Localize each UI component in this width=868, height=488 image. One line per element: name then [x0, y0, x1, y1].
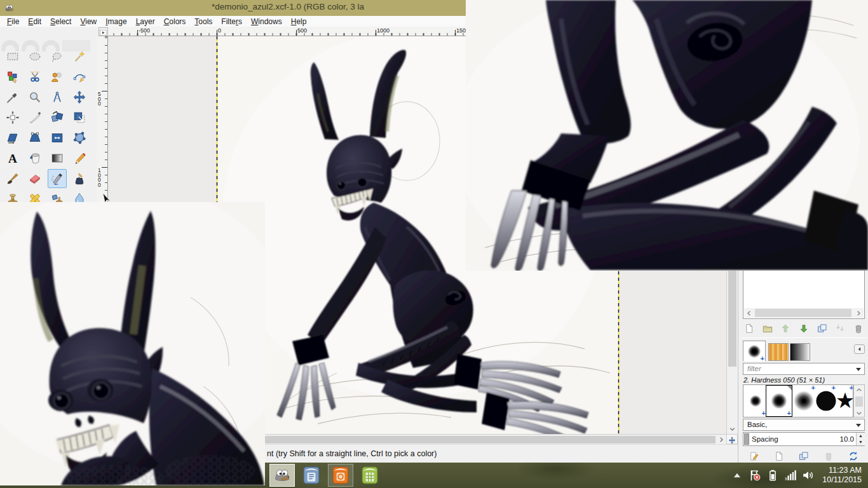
spin-down-button[interactable]: ▼	[857, 439, 865, 445]
paintbrush-icon	[6, 172, 20, 186]
menu-view[interactable]: View	[76, 17, 101, 27]
tool-bucket-fill[interactable]	[25, 149, 44, 168]
open-folder-button[interactable]	[761, 322, 775, 336]
brush-hardness-050[interactable]: +	[766, 386, 792, 416]
star-brush-icon: ★	[836, 388, 855, 413]
tool-color-picker[interactable]	[3, 88, 22, 107]
duplicate-button[interactable]	[797, 449, 811, 463]
tray-network-signal[interactable]	[783, 468, 797, 482]
brush-category-dropdown[interactable]: Basic,	[743, 419, 865, 431]
tool-align[interactable]	[3, 108, 22, 127]
menu-layer[interactable]: Layer	[132, 17, 159, 27]
tool-crop[interactable]	[25, 108, 44, 127]
brush-filter-input[interactable]: filter	[743, 363, 865, 375]
brush-hardness-large[interactable]: +	[792, 386, 816, 416]
scroll-left-button[interactable]	[744, 308, 754, 318]
gimp-icon	[273, 466, 292, 485]
tool-ink[interactable]	[70, 169, 89, 188]
new-image-button[interactable]	[772, 449, 786, 463]
tray-volume[interactable]	[801, 468, 815, 482]
lower-button[interactable]	[797, 322, 811, 336]
new-image-button[interactable]	[742, 322, 756, 336]
status-message: nt (try Shift for a straight line, Ctrl …	[267, 449, 437, 458]
raise-button[interactable]	[778, 322, 792, 336]
menu-windows[interactable]: Windows	[247, 17, 287, 27]
menu-filters[interactable]: Filters	[217, 17, 247, 27]
refresh-button[interactable]	[846, 449, 860, 463]
image-list-scrollbar[interactable]	[744, 308, 864, 318]
tool-zoom[interactable]	[25, 88, 44, 107]
tool-fuzzy-select[interactable]	[70, 47, 89, 66]
taskbar-app-gimp[interactable]	[269, 464, 295, 487]
tool-select-by-color[interactable]	[3, 67, 22, 86]
tool-perspective[interactable]	[25, 128, 44, 147]
tool-ellipse-select[interactable]	[25, 47, 44, 66]
spin-up-button[interactable]: ▲	[857, 433, 865, 439]
ruler-corner-button[interactable]	[98, 27, 108, 36]
tab-patterns[interactable]	[768, 343, 789, 361]
taskbar-app-openoffice-impress[interactable]	[328, 464, 353, 487]
image-list-scroll-thumb[interactable]	[755, 309, 851, 317]
spacing-value: 10.0	[840, 435, 854, 443]
brush-star[interactable]: ★+	[836, 386, 854, 416]
tool-scissors-select[interactable]	[25, 67, 44, 86]
menu-tools[interactable]: Tools	[190, 17, 217, 27]
brush-scroll-thumb[interactable]	[855, 396, 863, 407]
scroll-right-button[interactable]	[853, 308, 864, 318]
taskbar-app-openoffice-calc[interactable]	[357, 464, 383, 487]
dock-menu-button[interactable]	[854, 344, 865, 354]
tool-airbrush[interactable]	[48, 169, 67, 188]
tool-move[interactable]	[70, 88, 89, 107]
tab-brushes[interactable]: +	[743, 341, 766, 362]
tool-foreground-select[interactable]	[48, 67, 67, 86]
tool-cage-transform[interactable]	[70, 128, 89, 147]
brush-list-scrollbar[interactable]	[853, 384, 865, 417]
brush-solid-circle[interactable]: +	[816, 386, 836, 416]
duplicate-button[interactable]	[815, 322, 829, 336]
tool-rotate[interactable]	[48, 108, 67, 127]
delete-trash-button[interactable]	[851, 322, 865, 336]
menu-edit[interactable]: Edit	[24, 17, 46, 27]
tool-scale[interactable]	[70, 108, 89, 127]
taskbar-app-openoffice-writer[interactable]	[299, 464, 324, 487]
tool-measure[interactable]	[48, 88, 67, 107]
flip-icon	[50, 131, 64, 145]
tab-gradients[interactable]	[790, 343, 810, 361]
tool-text[interactable]: A	[3, 149, 22, 168]
scroll-down-button[interactable]	[727, 424, 738, 434]
color-picker-icon	[6, 90, 20, 104]
import-arrows-button[interactable]	[833, 322, 847, 336]
tray-battery[interactable]	[766, 468, 780, 482]
spacing-slider-thumb[interactable]	[744, 433, 749, 445]
perspective-icon	[28, 131, 42, 145]
tool-eraser[interactable]	[25, 169, 44, 188]
openoffice-writer-icon	[302, 466, 321, 485]
tool-shear[interactable]	[3, 128, 22, 147]
scroll-right-button[interactable]	[716, 435, 726, 445]
tool-rectangle-select[interactable]	[3, 47, 22, 66]
menu-file[interactable]: File	[3, 17, 24, 27]
scroll-up-button[interactable]	[854, 385, 864, 394]
tool-paintbrush[interactable]	[3, 169, 22, 188]
filter-dropdown-arrow-icon	[856, 368, 861, 371]
edit-brush-button[interactable]	[747, 449, 761, 463]
delete-trash-button[interactable]	[822, 449, 836, 463]
tool-gradient[interactable]	[48, 149, 67, 168]
scroll-down-button[interactable]	[854, 408, 864, 417]
canvas-pan-button[interactable]	[726, 434, 738, 444]
tool-pencil[interactable]	[70, 149, 89, 168]
tool-flip[interactable]	[48, 128, 67, 147]
tool-free-select[interactable]	[48, 47, 67, 66]
menu-help[interactable]: Help	[287, 17, 311, 27]
spacing-slider[interactable]: Spacing 10.0 ▲ ▼	[743, 432, 865, 446]
menu-image[interactable]: Image	[101, 17, 131, 27]
menu-select[interactable]: Select	[46, 17, 76, 27]
tool-paths[interactable]	[70, 67, 89, 86]
menu-colors[interactable]: Colors	[159, 17, 191, 27]
image-list-panel[interactable]	[743, 269, 865, 319]
brush-hardness-small[interactable]: +	[745, 386, 766, 416]
hscroll-thumb[interactable]	[189, 436, 715, 444]
tray-action-center-flag[interactable]	[748, 468, 762, 482]
taskbar-clock[interactable]: 11:23 AM 10/11/2015	[822, 466, 862, 485]
tray-show-hidden-icons[interactable]	[730, 468, 744, 482]
